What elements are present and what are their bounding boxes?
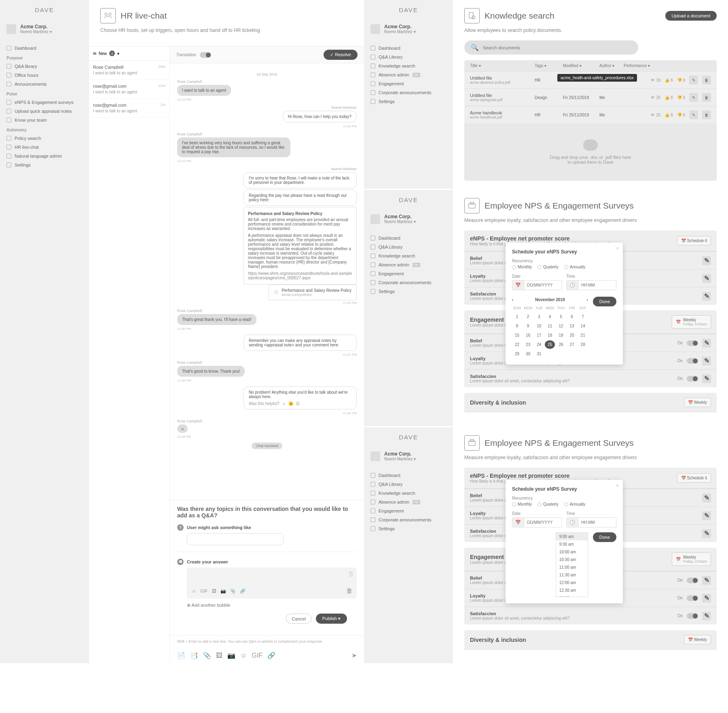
qa-question-input[interactable] [187, 533, 284, 545]
col-title[interactable]: Title ▾ [470, 63, 535, 68]
calendar-day[interactable]: 17 [534, 331, 544, 340]
calendar-day[interactable]: 15 [512, 331, 522, 340]
next-month-icon[interactable]: › [586, 297, 588, 302]
nav-corporate-announcements[interactable]: Corporate announcements [364, 278, 453, 287]
nav-office-hours[interactable]: Office hours [0, 71, 89, 80]
question-toggle[interactable] [687, 613, 698, 619]
nav-upload-quick-appraisal-notes[interactable]: Upload quick appraisal notes [0, 107, 89, 116]
thread-item[interactable]: rose@gmail.com1mI want to talk to an age… [89, 99, 169, 118]
calendar-day[interactable]: 7 [578, 312, 588, 321]
prev-month-icon[interactable]: ‹ [512, 297, 513, 302]
close-icon[interactable]: × [616, 483, 619, 488]
calendar-day[interactable]: 3 [534, 312, 544, 321]
nav-dashboard[interactable]: Dashboard [0, 44, 89, 53]
edit-icon[interactable]: ✎ [702, 511, 711, 520]
nav-q&a-library[interactable]: Q&A Library [364, 53, 453, 61]
nav-policy-search[interactable]: Policy search [0, 134, 89, 143]
nav-dashboard[interactable]: Dashboard [364, 471, 453, 480]
delete-icon[interactable]: 🗑 [702, 93, 711, 102]
time-option[interactable]: 11:30 am [556, 571, 588, 579]
date-input[interactable]: 📅 [512, 280, 562, 290]
nav-settings[interactable]: Settings [364, 287, 453, 296]
edit-icon[interactable]: ✎ [702, 612, 711, 620]
calendar-day[interactable]: 6 [567, 312, 577, 321]
edit-icon[interactable]: ✎ [702, 339, 711, 348]
search-input[interactable] [483, 45, 632, 50]
question-toggle[interactable] [687, 340, 698, 346]
add-bubble-button[interactable]: ⊕ Add another bubble [187, 603, 357, 608]
recurrency-option[interactable]: Quaterly [538, 265, 559, 269]
edit-icon[interactable]: ✎ [702, 494, 711, 502]
table-row[interactable]: Acme handbookacme-handbook.pdfHRFri 25/1… [464, 106, 717, 123]
calendar-day[interactable]: 27 [567, 340, 577, 349]
edit-icon[interactable]: ✎ [702, 529, 711, 538]
time-option[interactable]: 10:30 am [556, 556, 588, 563]
calendar-day[interactable]: 11 [545, 322, 555, 330]
attachment-icon[interactable]: 📎 [230, 589, 236, 594]
org-switcher[interactable]: Acme Corp. Noemi Martinez ▾ [0, 20, 89, 38]
thread-item[interactable]: Rose Campbell20mI want to talk to an age… [89, 61, 169, 80]
calendar-day[interactable]: 22 [512, 340, 522, 349]
dropzone[interactable]: Drag and drop your .doc or .pdf files he… [464, 123, 717, 181]
calendar-day[interactable]: 19 [556, 331, 566, 340]
sad-icon[interactable]: ☹ [296, 401, 300, 406]
question-toggle[interactable] [687, 358, 698, 364]
time-option[interactable]: 10:00 am [556, 548, 588, 556]
done-button[interactable]: Done [593, 532, 616, 542]
schedule-button[interactable]: 📅 Weekly [684, 635, 711, 644]
nav-engagement[interactable]: Engagement [364, 269, 453, 278]
nav-settings[interactable]: Settings [364, 97, 453, 106]
time-option[interactable]: 01:00 pm [556, 594, 588, 597]
edit-icon[interactable]: ✎ [702, 576, 711, 585]
col-tags[interactable]: Tags ▾ [535, 63, 563, 68]
nav-engagement[interactable]: Engagement [364, 506, 453, 515]
article-icon[interactable]: 📑 [190, 652, 198, 659]
edit-icon[interactable]: ✎ [702, 274, 711, 283]
gif-icon[interactable]: GIF [200, 589, 207, 594]
time-option[interactable]: 9:30 am [556, 540, 588, 548]
nav-knowledge-search[interactable]: Knowledge search [364, 61, 453, 70]
camera-icon[interactable]: 📷 [220, 589, 226, 594]
schedule-button[interactable]: 📅 WeeklyFriday, 9:00am [672, 315, 711, 329]
time-input[interactable]: 🕐 [566, 280, 616, 290]
emoji-icon[interactable]: ☺ [240, 652, 247, 659]
recurrency-option[interactable]: Annually [564, 502, 585, 506]
question-toggle[interactable] [687, 595, 698, 601]
calendar-day[interactable]: 2 [523, 312, 533, 321]
translation-toggle[interactable] [200, 52, 211, 58]
calendar-day[interactable]: 21 [578, 331, 588, 340]
doc-icon[interactable]: 📄 [177, 652, 185, 659]
recurrency-option[interactable]: Monthly [512, 265, 532, 269]
delete-icon[interactable]: 🗑 [702, 76, 711, 84]
delete-icon[interactable]: 🗑 [702, 110, 711, 119]
qa-answer-input[interactable]: ⠿ ☺ GIF 🖼 📷 📎 🔗 🗑 [187, 567, 357, 599]
nav-q&a-library[interactable]: Q&A Library [364, 480, 453, 489]
neutral-icon[interactable]: 😐 [288, 401, 293, 406]
calendar-day[interactable]: 10 [534, 322, 544, 330]
calendar-day[interactable]: 30 [523, 350, 533, 358]
nav-enps-engagement-surveys[interactable]: eNPS & Engagement surveys [0, 98, 89, 107]
calendar-day[interactable]: 25 [545, 340, 555, 349]
camera-icon[interactable]: 📷 [227, 652, 235, 659]
nav-q-a-library[interactable]: Q&A library [0, 62, 89, 71]
nav-absence-admin[interactable]: Absence adminOn [364, 260, 453, 269]
nav-absence-admin[interactable]: Absence adminOn [364, 70, 453, 79]
thread-item[interactable]: rose@gmail.com12mI want to talk to an ag… [89, 80, 169, 99]
calendar-day[interactable]: 5 [556, 312, 566, 321]
drag-handle-icon[interactable]: ⠿ [349, 571, 353, 578]
nav-know-your-team[interactable]: Know your team [0, 116, 89, 124]
edit-icon[interactable]: ✎ [702, 256, 711, 265]
happy-icon[interactable]: ☺ [282, 401, 286, 406]
edit-icon[interactable]: ✎ [689, 110, 698, 119]
nav-q&a-library[interactable]: Q&A Library [364, 243, 453, 251]
schedule-button[interactable]: 📅 Weekly [684, 398, 711, 407]
nav-knowledge-search[interactable]: Knowledge search [364, 251, 453, 260]
schedule-button[interactable]: 📅 Schedule it [677, 473, 711, 483]
nav-corporate-announcements[interactable]: Corporate announcements [364, 88, 453, 97]
calendar-day[interactable]: 28 [578, 340, 588, 349]
calendar-day[interactable]: 31 [534, 350, 544, 358]
link-icon[interactable]: 🔗 [240, 589, 245, 594]
edit-icon[interactable]: ✎ [702, 292, 711, 301]
nav-announcements[interactable]: Announcements [0, 80, 89, 89]
edit-icon[interactable]: ✎ [689, 76, 698, 84]
